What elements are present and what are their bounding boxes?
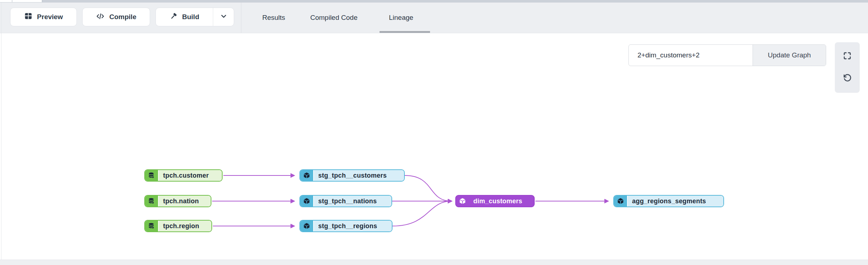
tab-compiled-code[interactable]: Compiled Code: [310, 3, 358, 33]
database-source-icon: [145, 221, 158, 231]
edge-stg_tpch__customers-to-dim_customers: [405, 175, 451, 201]
node-label: dim_customers: [469, 196, 534, 207]
preview-button[interactable]: Preview: [10, 8, 77, 26]
table-icon: [24, 12, 32, 22]
node-tpch-region[interactable]: tpch.region: [144, 220, 212, 232]
reset-view-button[interactable]: [839, 71, 855, 87]
lineage-selector-group: 2+dim_customers+2 Update Graph: [628, 44, 826, 66]
database-source-icon: [145, 196, 158, 207]
node-dim_customers[interactable]: dim_customers: [455, 195, 535, 207]
build-button-group: Build: [155, 8, 234, 26]
upper-pane-divider: [42, 0, 42, 2]
results-pane-toolbar: Preview Compile Build: [0, 3, 868, 33]
node-label: stg_tpch__nations: [313, 196, 391, 207]
cube-icon: [614, 196, 627, 207]
build-button[interactable]: Build: [156, 8, 213, 26]
node-label: tpch.nation: [158, 196, 211, 207]
upper-pane-tabstrip: [42, 0, 868, 2]
compile-button-label: Compile: [109, 13, 136, 21]
toolbar-tabs-divider: [241, 3, 241, 33]
node-stg_tpch__nations[interactable]: stg_tpch__nations: [299, 195, 392, 207]
build-button-label: Build: [182, 13, 200, 21]
node-tpch-customer[interactable]: tpch.customer: [144, 169, 223, 182]
tab-lineage[interactable]: Lineage: [389, 3, 413, 33]
node-label: stg_tpch__customers: [313, 170, 404, 181]
update-graph-button[interactable]: Update Graph: [753, 45, 826, 66]
active-tab-indicator: [380, 31, 430, 33]
lineage-view-controls: [835, 42, 860, 93]
build-dropdown-button[interactable]: [213, 8, 234, 26]
tab-results[interactable]: Results: [262, 3, 285, 33]
hammer-icon: [170, 12, 177, 22]
cube-icon: [300, 170, 313, 181]
node-tpch-nation[interactable]: tpch.nation: [144, 195, 211, 207]
cube-icon: [456, 196, 469, 207]
update-graph-label: Update Graph: [768, 51, 811, 59]
tab-compiled-code-label: Compiled Code: [310, 14, 358, 22]
node-stg_tpch__regions[interactable]: stg_tpch__regions: [299, 220, 393, 232]
node-agg_regions_segments[interactable]: agg_regions_segments: [613, 195, 724, 207]
rotate-ccw-icon: [843, 73, 852, 84]
lineage-edges: [0, 33, 868, 265]
node-label: tpch.customer: [158, 170, 222, 181]
node-label: agg_regions_segments: [627, 196, 723, 207]
code-icon: [96, 12, 105, 22]
tab-lineage-label: Lineage: [389, 14, 413, 22]
cube-icon: [300, 196, 313, 207]
chevron-down-icon: [220, 12, 228, 22]
lineage-canvas[interactable]: tpch.customer tpch.nation tpch.region st…: [0, 33, 868, 260]
upper-pane-divider: [12, 0, 12, 2]
fullscreen-icon: [843, 51, 852, 62]
tab-results-label: Results: [262, 14, 285, 22]
node-stg_tpch__customers[interactable]: stg_tpch__customers: [299, 169, 405, 182]
edge-stg_tpch__regions-to-dim_customers: [393, 201, 451, 226]
fullscreen-button[interactable]: [839, 48, 855, 64]
preview-button-label: Preview: [37, 13, 63, 21]
database-source-icon: [145, 170, 158, 181]
pane-left-border: [1, 3, 1, 265]
lineage-selector-value: 2+dim_customers+2: [637, 51, 700, 59]
node-label: stg_tpch__regions: [313, 221, 392, 231]
lineage-selector-input[interactable]: 2+dim_customers+2: [629, 45, 753, 66]
node-label: tpch.region: [158, 221, 211, 231]
pane-bottom-edge: [0, 260, 868, 265]
upper-pane-edge: [0, 0, 868, 3]
cube-icon: [300, 221, 313, 231]
compile-button[interactable]: Compile: [82, 8, 150, 26]
